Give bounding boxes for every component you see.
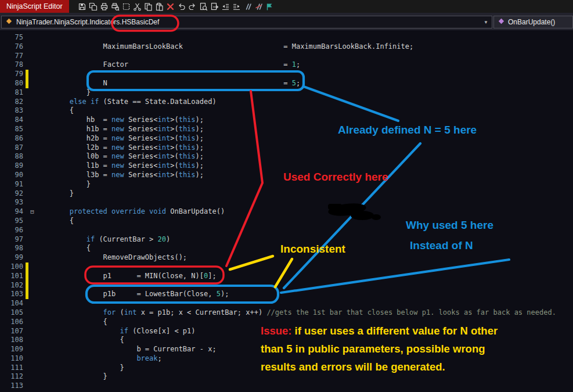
undo-icon[interactable] [176, 1, 186, 12]
fold-margin [28, 299, 36, 308]
line-number[interactable]: 84 [0, 116, 26, 125]
delete-icon[interactable] [165, 1, 175, 12]
window-title-tab[interactable]: NinjaScript Editor [0, 0, 69, 13]
code-row: 77 [0, 52, 573, 61]
line-number[interactable]: 90 [0, 171, 26, 180]
line-number[interactable]: 100 [0, 262, 26, 272]
line-number[interactable]: 77 [0, 52, 26, 61]
code-line[interactable]: { [36, 244, 91, 253]
go-to-definition-icon[interactable] [210, 1, 219, 12]
line-number[interactable]: 76 [0, 42, 26, 52]
code-line[interactable]: Factor = 1; [36, 60, 300, 70]
line-number[interactable]: 111 [0, 364, 26, 373]
line-number[interactable]: 88 [0, 152, 26, 161]
code-line[interactable]: } [36, 372, 107, 382]
line-number[interactable]: 102 [0, 281, 26, 290]
line-number[interactable]: 99 [0, 253, 26, 262]
code-line[interactable]: else if (State == State.DataLoaded) [36, 98, 217, 107]
code-line[interactable]: p1b = LowestBar(Close, 5); [36, 290, 229, 299]
line-number[interactable]: 80 [0, 79, 26, 88]
line-number[interactable]: 94 [0, 207, 26, 217]
code-line[interactable]: l3b = new Series<int>(this); [36, 171, 204, 180]
code-line[interactable]: break; [36, 354, 162, 364]
code-line[interactable]: h1b = new Series<int>(this); [36, 125, 204, 134]
line-number[interactable]: 85 [0, 125, 26, 134]
paste-icon[interactable] [154, 1, 164, 12]
line-number[interactable]: 103 [0, 290, 26, 299]
code-line[interactable]: } [36, 364, 124, 373]
line-number[interactable]: 81 [0, 88, 26, 98]
line-number[interactable]: 113 [0, 382, 26, 391]
save-icon[interactable] [77, 1, 87, 12]
class-selector-dropdown[interactable]: NinjaTrader.NinjaScript.Indicators.HSBas… [1, 16, 492, 28]
line-number[interactable]: 105 [0, 308, 26, 318]
increase-indent-icon[interactable] [232, 1, 242, 12]
code-line[interactable]: { [36, 318, 107, 327]
chevron-down-icon[interactable]: ▼ [484, 20, 488, 25]
line-number[interactable]: 108 [0, 336, 26, 345]
code-line[interactable]: hb = new Series<int>(this); [36, 116, 204, 125]
code-row: 101 p1 = MIN(Close, N)[0]; [0, 272, 573, 281]
annotation-text-instead-of: Instead of N [410, 239, 473, 252]
code-line[interactable]: N = 5; [36, 79, 300, 88]
method-selector-dropdown[interactable]: OnBarUpdate() [493, 16, 573, 28]
code-line[interactable]: protected override void OnBarUpdate() [36, 207, 225, 217]
cut-icon[interactable] [132, 1, 142, 12]
code-line[interactable]: { [36, 217, 74, 226]
line-number[interactable]: 78 [0, 60, 26, 70]
line-number[interactable]: 89 [0, 161, 26, 171]
method-label: OnBarUpdate() [508, 18, 555, 26]
code-line[interactable]: for (int x = p1b; x < CurrentBar; x++) /… [36, 308, 556, 318]
code-line[interactable]: h2b = new Series<int>(this); [36, 134, 204, 143]
redo-icon[interactable] [188, 1, 197, 12]
code-line[interactable]: if (CurrentBar > 20) [36, 235, 170, 244]
line-number[interactable]: 101 [0, 272, 26, 281]
code-line[interactable]: l0b = new Series<int>(this); [36, 152, 204, 161]
line-number[interactable]: 91 [0, 180, 26, 189]
code-line[interactable]: MaximumBarsLookBack = MaximumBarsLookBac… [36, 42, 413, 52]
line-number[interactable]: 93 [0, 198, 26, 207]
code-line[interactable]: } [36, 88, 91, 98]
print-preview-icon[interactable] [110, 1, 120, 12]
code-line[interactable]: if (Close[x] < p1) [36, 327, 196, 336]
line-number[interactable]: 75 [0, 33, 26, 42]
fold-margin [28, 318, 36, 327]
line-number[interactable]: 86 [0, 134, 26, 143]
print-icon[interactable] [99, 1, 109, 12]
line-number[interactable]: 106 [0, 318, 26, 327]
uncomment-selection-icon[interactable] [254, 1, 264, 12]
code-line[interactable]: RemoveDrawObjects(); [36, 253, 187, 262]
compile-icon[interactable] [265, 1, 275, 12]
line-number[interactable]: 97 [0, 235, 26, 244]
code-line[interactable]: p1 = MIN(Close, N)[0]; [36, 272, 217, 281]
line-number[interactable]: 98 [0, 244, 26, 253]
code-line[interactable]: { [36, 106, 74, 116]
fold-margin [28, 60, 36, 70]
line-number[interactable]: 87 [0, 143, 26, 153]
find-in-files-icon[interactable] [199, 1, 208, 12]
fold-toggle-icon[interactable]: ⊟ [28, 207, 36, 217]
line-number[interactable]: 96 [0, 226, 26, 235]
line-number[interactable]: 109 [0, 345, 26, 354]
line-number[interactable]: 107 [0, 327, 26, 336]
save-all-icon[interactable] [88, 1, 98, 12]
decrease-indent-icon[interactable] [221, 1, 230, 12]
code-line[interactable]: { [36, 336, 124, 345]
line-number[interactable]: 104 [0, 299, 26, 308]
code-line[interactable]: b = CurrentBar - x; [36, 345, 217, 354]
code-line[interactable]: } [36, 189, 74, 199]
line-number[interactable]: 92 [0, 189, 26, 199]
copy-icon[interactable] [143, 1, 153, 12]
fold-margin [28, 106, 36, 116]
line-number[interactable]: 112 [0, 372, 26, 382]
selection-icon[interactable] [121, 1, 131, 12]
code-line[interactable]: } [36, 180, 91, 189]
line-number[interactable]: 83 [0, 106, 26, 116]
code-line[interactable]: l1b = new Series<int>(this); [36, 161, 204, 171]
comment-selection-icon[interactable] [243, 1, 253, 12]
line-number[interactable]: 82 [0, 98, 26, 107]
code-line[interactable]: l2b = new Series<int>(this); [36, 143, 204, 153]
line-number[interactable]: 95 [0, 217, 26, 226]
line-number[interactable]: 110 [0, 354, 26, 364]
line-number[interactable]: 79 [0, 70, 26, 79]
